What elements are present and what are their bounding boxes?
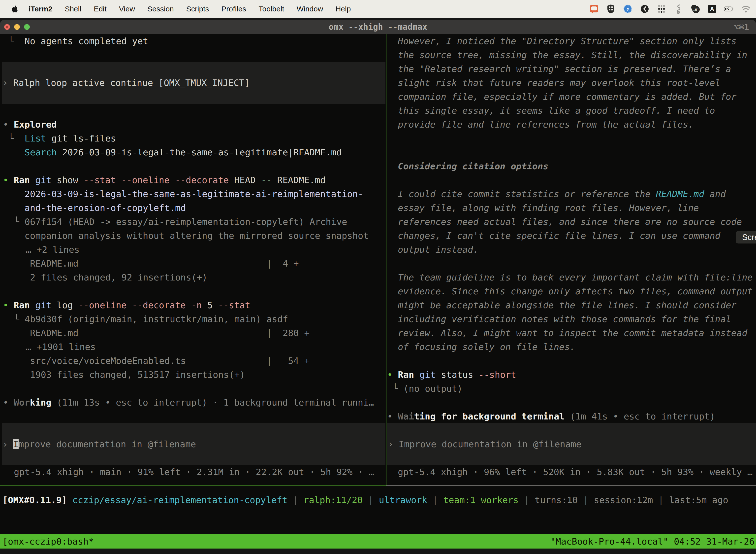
text-segment: -n bbox=[191, 300, 202, 310]
menu-item-iterm2[interactable]: iTerm2 bbox=[22, 5, 59, 13]
terminal-line: The team guideline is to back every impo… bbox=[386, 270, 756, 284]
terminal-line: • Ran git show --stat --oneline --decora… bbox=[0, 173, 386, 187]
tmux-session-name: [omx-cczip0:bash* bbox=[0, 536, 94, 547]
text-segment: • bbox=[3, 119, 14, 129]
pane-divider-vertical[interactable] bbox=[386, 34, 386, 486]
terminal-line: this single essay, it seems like a good … bbox=[386, 104, 756, 117]
text-segment: --stat bbox=[218, 300, 250, 310]
menu-item-session[interactable]: Session bbox=[141, 5, 180, 13]
menu-item-window[interactable]: Window bbox=[291, 5, 329, 13]
text-segment: • bbox=[3, 300, 14, 310]
battery-charging-icon[interactable] bbox=[723, 3, 735, 15]
tmux-host-clock: "MacBook-Pro-44.local" 04:52 31-Mar-26 bbox=[550, 536, 756, 547]
percent-badge-icon[interactable]: ..61 bbox=[690, 3, 701, 15]
dots-grid-icon[interactable] bbox=[656, 3, 667, 15]
omx-status-segment: | bbox=[427, 495, 443, 505]
text-segment: › bbox=[2, 439, 13, 449]
text-segment: Ralph loop active continue [OMX_TMUX_INJ… bbox=[13, 78, 250, 88]
text-segment: evidence. Since this change only affects… bbox=[398, 286, 753, 296]
terminal-line: … +2 lines bbox=[0, 242, 386, 257]
text-segment bbox=[127, 300, 132, 310]
shield-icon[interactable] bbox=[605, 3, 617, 15]
tmux-pane-right[interactable]: However, I noticed the "Directory Struct… bbox=[386, 34, 756, 500]
pane-border-right-bottom bbox=[386, 486, 756, 486]
menu-item-help[interactable]: Help bbox=[329, 5, 357, 13]
terminal-line: └ No agents completed yet bbox=[0, 34, 386, 48]
text-segment: 5 bbox=[202, 300, 218, 310]
terminal-line: src/voice/voiceModeEnabled.ts | 54 + bbox=[0, 354, 386, 368]
omx-status-segment: last:5m ago bbox=[669, 495, 728, 505]
tmux-pane-left[interactable]: └ No agents completed yet› Ralph loop ac… bbox=[0, 34, 386, 500]
text-segment: src/voice/voiceModeEnabled.ts | 54 + bbox=[30, 356, 310, 366]
omx-status-line: [OMX#0.11.9] cczip/essay/ai-reimplementa… bbox=[2, 493, 754, 507]
text-segment: └ (no output) bbox=[393, 384, 462, 394]
overlay-label: Scre bbox=[742, 233, 756, 242]
text-segment: • bbox=[387, 411, 398, 422]
text-segment: --oneline bbox=[78, 300, 126, 310]
text-segment: README.md | 4 + bbox=[30, 258, 299, 269]
terminal-line: • Explored bbox=[0, 117, 386, 131]
text-segment: Wai bbox=[398, 411, 414, 422]
omx-status-segment: ralph:11/20 bbox=[304, 495, 363, 505]
terminal-line: Search 2026-03-09-is-legal-the-same-as-l… bbox=[0, 145, 386, 159]
menu-item-profiles[interactable]: Profiles bbox=[215, 5, 252, 13]
text-segment: ting for background terminal bbox=[414, 411, 565, 422]
text-segment: show bbox=[51, 175, 83, 185]
terminal-line: evidence. Since this change only affects… bbox=[386, 284, 756, 298]
menu-item-toolbelt[interactable]: Toolbelt bbox=[252, 5, 291, 13]
text-segment: 2026-03-09-is-legal-the-same-as-legitima… bbox=[24, 189, 363, 199]
text-segment: Improve documentation in @filename bbox=[398, 439, 581, 449]
terminal-line: gpt-5.4 xhigh · main · 91% left · 2.31M … bbox=[0, 465, 386, 479]
text-segment: I could cite commit statistics or refere… bbox=[398, 189, 656, 199]
terminal-line: › Improve documentation in @filename bbox=[386, 437, 756, 451]
squiggle-icon[interactable] bbox=[673, 3, 684, 15]
screen-share-overlay-button[interactable]: Scre bbox=[736, 231, 756, 243]
omx-status-segment: ultrawork bbox=[379, 495, 427, 505]
terminal-line: … +1901 lines bbox=[0, 340, 386, 354]
menu-item-scripts[interactable]: Scripts bbox=[180, 5, 215, 13]
text-segment: › bbox=[2, 78, 13, 88]
tmux-status-bar: [omx-cczip0:bash* "MacBook-Pro-44.local"… bbox=[0, 534, 756, 549]
menu-items: iTerm2ShellEditViewSessionScriptsProfile… bbox=[0, 4, 357, 13]
text-segment bbox=[8, 147, 24, 157]
text-segment: 1903 files changed, 513517 insertions(+) bbox=[30, 370, 245, 380]
text-segment: Ran bbox=[14, 175, 30, 185]
terminal-line: Considering citation options bbox=[386, 159, 756, 173]
terminal-line: output instead. bbox=[386, 242, 756, 257]
text-segment: HEAD bbox=[229, 175, 261, 185]
terminal-line: the source tree, missing the essay. Stil… bbox=[386, 48, 756, 62]
terminal-line: • Ran git status --short bbox=[386, 368, 756, 382]
screen-recording-icon[interactable] bbox=[588, 3, 600, 15]
terminal-line: • Ran git log --oneline --decorate -n 5 … bbox=[0, 298, 386, 312]
text-segment: including verification notes with those … bbox=[398, 314, 731, 324]
terminal-line: slight risk that future readers may over… bbox=[386, 76, 756, 90]
terminal-line: 2026-03-09-is-legal-the-same-as-legitima… bbox=[0, 187, 386, 201]
menu-item-view[interactable]: View bbox=[113, 5, 141, 13]
terminal-line: gpt-5.4 xhigh · 96% left · 520K in · 5.8… bbox=[386, 465, 756, 479]
apple-logo-icon[interactable] bbox=[11, 4, 19, 13]
text-segment: No agents completed yet bbox=[24, 36, 148, 46]
dark-circle-icon[interactable] bbox=[639, 3, 650, 15]
text-segment: └ bbox=[8, 36, 24, 46]
text-segment: (11m 13s • esc to interrupt) · 1 backgro… bbox=[51, 397, 374, 407]
terminal-line: review. Also, I might want to inspect th… bbox=[386, 326, 756, 340]
window-title-bar[interactable]: omx --xhigh --madmax ⌥⌘1 bbox=[0, 20, 756, 34]
text-segment: --decorate bbox=[175, 175, 229, 185]
window-title: omx --xhigh --madmax bbox=[0, 20, 756, 34]
omx-status-segment: | bbox=[363, 495, 379, 505]
nav-badge-icon[interactable] bbox=[622, 3, 633, 15]
terminal-line: companion file, especially if more comme… bbox=[386, 90, 756, 104]
omx-status-segment: team:1 workers bbox=[443, 495, 518, 505]
terminal-line: companion analysis without altering the … bbox=[0, 229, 386, 242]
iterm2-window: omx --xhigh --madmax ⌥⌘1 └ No agents com… bbox=[0, 20, 756, 549]
omx-status-segment: session:12m bbox=[594, 495, 653, 505]
terminal-line: › Improve documentation in @filename bbox=[0, 437, 386, 451]
menu-item-edit[interactable]: Edit bbox=[87, 5, 113, 13]
text-segment: • bbox=[3, 397, 14, 407]
terminal-line: However, I noticed the "Directory Struct… bbox=[386, 34, 756, 48]
wifi-icon[interactable] bbox=[740, 3, 752, 15]
input-source-icon[interactable]: A bbox=[706, 3, 718, 15]
text-segment: However, I noticed the "Directory Struct… bbox=[398, 36, 737, 46]
menu-item-shell[interactable]: Shell bbox=[59, 5, 87, 13]
text-segment bbox=[186, 300, 191, 310]
